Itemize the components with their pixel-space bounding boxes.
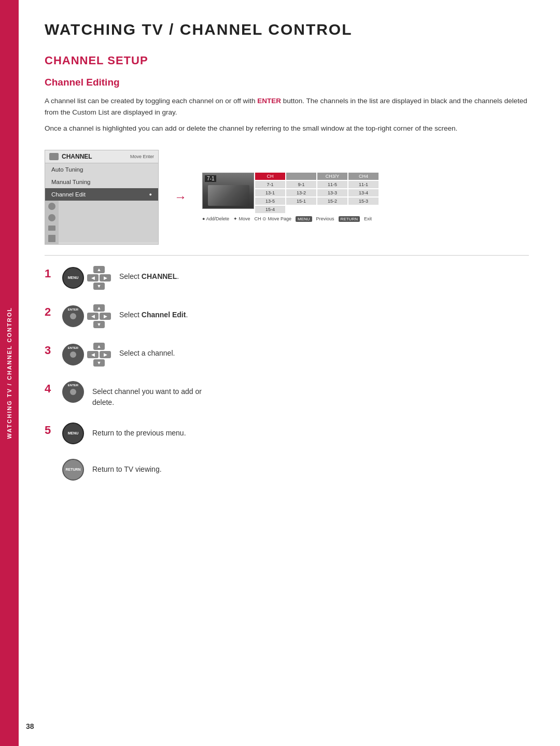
step-5-buttons: MENU (62, 423, 84, 444)
nav-down-3[interactable]: ▼ (93, 359, 105, 367)
enter-label-4: ENTER (68, 384, 78, 387)
grid-cell: 11-5 (317, 181, 347, 188)
screenshot-area: CHANNEL Move Enter Auto Tuning Manual Tu… (45, 150, 529, 245)
grid-cell: 13-3 (317, 189, 347, 196)
return-button-label: RETURN (65, 468, 80, 472)
subsection-title: Channel Editing (45, 77, 529, 88)
nav-center-row-1: ◀ ▶ (87, 274, 111, 281)
enter-label-2: ENTER (68, 308, 78, 311)
menu-item-manual-tuning: Manual Tuning (45, 176, 158, 188)
nav-right-3[interactable]: ▶ (100, 351, 111, 358)
menu-icons (45, 201, 59, 244)
grid-cell: 13-2 (286, 189, 316, 196)
nav-up-3[interactable]: ▲ (93, 343, 105, 350)
nav-right-2[interactable]: ▶ (100, 313, 111, 320)
icon-rect (48, 226, 55, 231)
menu-button-label-1: MENU (68, 276, 79, 280)
footer-previous: Previous (316, 216, 334, 221)
grid-cell: 9-1 (286, 181, 316, 188)
step-number-3: 3 (45, 344, 54, 357)
grid-cell: 13-4 (348, 189, 379, 196)
grid-header-empty (286, 173, 316, 180)
channel-grid-table: CH CH3/Y CH4 7-1 9-1 11-5 11-1 13-1 13-2 (255, 173, 379, 214)
grid-cell: 7-1 (255, 181, 285, 188)
menu-button-1[interactable]: MENU (62, 267, 84, 289)
footer-move: ✦ Move (233, 216, 250, 221)
nav-center-row-3: ◀ ▶ (87, 351, 111, 358)
nav-buttons-1: ▲ ◀ ▶ ▼ (87, 266, 111, 290)
menu-title: CHANNEL (49, 153, 92, 160)
channel-grid-top: 7-1 CH CH3/Y CH4 7-1 9-1 11-5 11-1 (202, 173, 379, 214)
nav-down-2[interactable]: ▼ (93, 321, 105, 328)
nav-left-3[interactable]: ◀ (87, 351, 99, 358)
return-step-buttons: RETURN (62, 459, 84, 481)
footer-return-btn: RETURN (339, 216, 360, 222)
sidebar-label: WATCHING TV / CHANNEL CONTROL (6, 307, 12, 439)
nav-right-1[interactable]: ▶ (100, 274, 111, 281)
sidebar: WATCHING TV / CHANNEL CONTROL (0, 0, 19, 746)
step-3-text: Select a channel. (119, 348, 175, 359)
return-step: RETURN Return to TV viewing. (45, 459, 529, 481)
menu-sidebar (45, 201, 158, 244)
menu-button-5[interactable]: MENU (62, 423, 84, 444)
body-text-2: Once a channel is highlighted you can ad… (45, 123, 529, 134)
divider (45, 255, 529, 256)
grid-cell: 15-4 (255, 206, 285, 213)
step-4: 4 ENTER Select channel you want to add o… (45, 381, 529, 408)
section-title: CHANNEL SETUP (45, 54, 529, 67)
grid-row-3: 13-5 15-1 15-2 15-3 (255, 198, 379, 205)
grid-row-1: 7-1 9-1 11-5 11-1 (255, 181, 379, 188)
steps-container: 1 MENU ▲ ◀ ▶ ▼ Select CHANNEL. (45, 266, 529, 481)
page-number: 38 (26, 722, 34, 730)
enter-button-3[interactable]: ENTER (62, 344, 84, 365)
preview-number: 7-1 (205, 175, 216, 182)
footer-menu-btn: MENU (296, 216, 312, 222)
grid-cell-empty (348, 206, 379, 213)
step-number-5: 5 (45, 424, 54, 437)
step-5: 5 MENU Return to the previous menu. (45, 423, 529, 444)
enter-highlight: ENTER (257, 97, 281, 105)
return-step-text: Return to TV viewing. (92, 464, 162, 475)
menu-title-text: CHANNEL (62, 153, 92, 160)
step-4-text: Select channel you want to add ordelete. (92, 386, 202, 408)
footer-exit: Exit (364, 216, 372, 221)
tv-icon (49, 153, 59, 160)
step-1-text: Select CHANNEL. (119, 271, 179, 282)
icon-circle (48, 203, 55, 210)
body-text-1: A channel list can be created by togglin… (45, 95, 529, 118)
footer-move-page: CH ⊙ Move Page (255, 216, 292, 221)
grid-footer: ● Add/Delete ✦ Move CH ⊙ Move Page MENU … (202, 216, 379, 222)
step-3-buttons: ENTER ▲ ◀ ▶ ▼ (62, 343, 111, 367)
enter-button-2[interactable]: ENTER (62, 305, 84, 327)
step-1: 1 MENU ▲ ◀ ▶ ▼ Select CHANNEL. (45, 266, 529, 290)
nav-left-1[interactable]: ◀ (87, 274, 99, 281)
channel-menu-header: CHANNEL Move Enter (45, 150, 158, 163)
step-2-text: Select Channel Edit. (119, 309, 188, 320)
enter-dot-4 (70, 389, 76, 395)
grid-cell: 15-2 (317, 198, 347, 205)
return-button[interactable]: RETURN (62, 459, 84, 481)
step-number-1: 1 (45, 267, 54, 280)
grid-row-2: 13-1 13-2 13-3 13-4 (255, 189, 379, 196)
nav-up-2[interactable]: ▲ (93, 304, 105, 312)
step-1-buttons: MENU ▲ ◀ ▶ ▼ (62, 266, 111, 290)
footer-add-delete: ● Add/Delete (202, 216, 229, 221)
menu-item-channel-edit: Channel Edit (45, 188, 158, 201)
enter-dot-3 (70, 351, 76, 358)
nav-buttons-2: ▲ ◀ ▶ ▼ (87, 304, 111, 328)
grid-cell: 15-1 (286, 198, 316, 205)
page-title: WATCHING TV / CHANNEL CONTROL (45, 21, 529, 38)
enter-dot-2 (70, 313, 76, 319)
menu-button-label-5: MENU (68, 431, 79, 435)
nav-up-1[interactable]: ▲ (93, 266, 105, 273)
grid-row-4: 15-4 (255, 206, 379, 213)
channel-grid: 7-1 CH CH3/Y CH4 7-1 9-1 11-5 11-1 (202, 173, 379, 222)
step-2-buttons: ENTER ▲ ◀ ▶ ▼ (62, 304, 111, 328)
grid-header-ch3y: CH3/Y (317, 173, 347, 180)
enter-button-4[interactable]: ENTER (62, 381, 84, 403)
nav-down-1[interactable]: ▼ (93, 283, 105, 290)
menu-item-auto-tuning: Auto Tuning (45, 163, 158, 176)
nav-left-2[interactable]: ◀ (87, 313, 99, 320)
icon-rect2 (48, 235, 55, 242)
menu-nav-hint: Move Enter (130, 154, 154, 159)
